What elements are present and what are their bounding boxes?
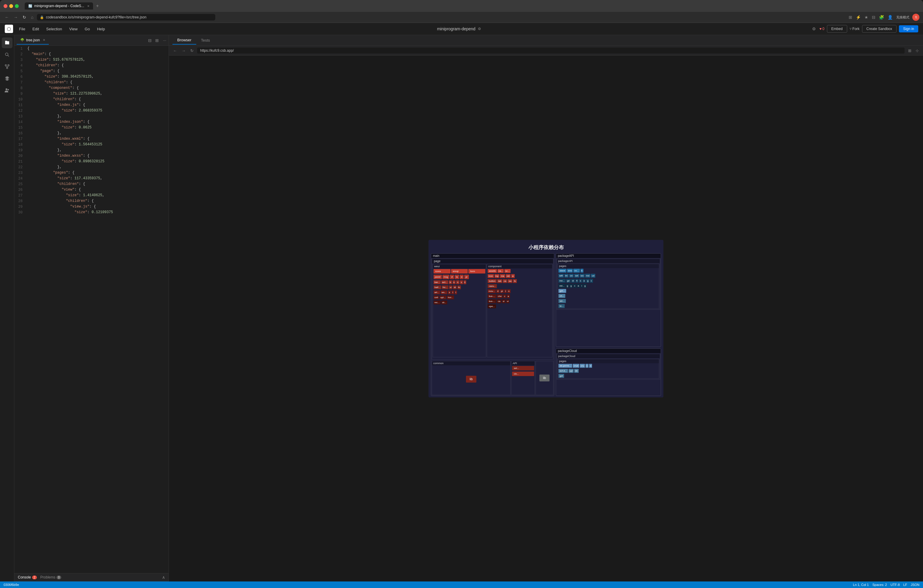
t-cell[interactable]: t — [452, 291, 454, 294]
ope-cell[interactable]: ope... — [488, 304, 496, 308]
i-cell[interactable]: i — [580, 284, 583, 288]
menu-edit[interactable]: Edit — [31, 26, 40, 32]
msg-cell[interactable]: msg — [442, 275, 449, 279]
code-area[interactable]: 1 { 2 "main": { 3 "size": 515.6767578125… — [14, 46, 169, 573]
user-avatar[interactable]: 👤 — [887, 14, 893, 20]
t3-cell[interactable]: t — [504, 289, 507, 293]
sidebar-item-files[interactable] — [2, 38, 13, 48]
new-tab-button[interactable]: + — [94, 3, 100, 8]
browser-tab-active[interactable]: 🔄 miniprogram-depend - CodeS... ✕ — [25, 2, 93, 10]
lib2-cell[interactable]: lib — [539, 374, 550, 381]
rec-cell[interactable]: rec... — [434, 301, 441, 304]
vi2-cell[interactable]: vi — [506, 299, 510, 303]
fo-cell[interactable]: fo — [457, 286, 461, 289]
c-cell[interactable]: c — [503, 294, 506, 298]
art-cell[interactable]: art... — [434, 291, 440, 294]
te-cell[interactable]: te... — [558, 304, 565, 308]
pl-cell[interactable]: pl — [500, 289, 504, 293]
g-cell[interactable]: g — [586, 279, 589, 283]
d-cell[interactable]: d — [589, 364, 592, 368]
browser-back-button[interactable]: ← — [172, 48, 178, 54]
menu-go[interactable]: Go — [84, 26, 91, 32]
on-cell[interactable]: on — [569, 274, 573, 278]
tab-tests[interactable]: Tests — [196, 36, 215, 44]
si-cell[interactable]: si — [460, 275, 464, 279]
ca-cell[interactable]: ca... — [498, 269, 504, 273]
create-sandbox-button[interactable]: Create Sandbox — [862, 25, 897, 33]
de-cell[interactable]: de — [574, 369, 579, 373]
icons-cell[interactable]: icons — [434, 269, 450, 273]
g3-cell[interactable]: g — [570, 284, 572, 288]
wo-cell[interactable]: wo — [580, 274, 585, 278]
st-cell[interactable]: st — [571, 279, 575, 283]
upl-cell[interactable]: upl... — [440, 296, 446, 299]
menu-selection[interactable]: Selection — [45, 26, 63, 32]
slave-cell[interactable]: slave — [558, 269, 567, 273]
puzzle-icon[interactable]: 🧩 — [879, 14, 885, 20]
b2-cell[interactable]: b — [580, 269, 583, 273]
db-cell[interactable]: db-permi... — [558, 364, 572, 368]
n2-cell[interactable]: n — [456, 280, 459, 284]
live2-cell[interactable]: live-... — [488, 299, 496, 303]
lib-cell[interactable]: lib — [466, 376, 476, 383]
sidebar-item-search[interactable] — [2, 49, 13, 60]
open-external-icon[interactable]: ⊹ — [915, 48, 920, 54]
half-cell[interactable]: half... — [434, 286, 441, 289]
user-avatar-circle[interactable]: 无 — [912, 14, 920, 21]
lab-cell[interactable]: lab — [497, 279, 502, 283]
g2-cell[interactable]: g — [566, 284, 569, 288]
console-tab[interactable]: Console 2 — [18, 575, 37, 580]
vt-cell[interactable]: vt — [450, 275, 454, 279]
close-button[interactable] — [3, 4, 7, 8]
ge-cell[interactable]: ge — [566, 279, 571, 283]
clo-cell[interactable]: clo... — [512, 371, 534, 376]
upl2-cell[interactable]: upl — [568, 369, 573, 373]
sl-cell[interactable]: sl — [502, 299, 506, 303]
editor-tab-tree-json[interactable]: 🌳 tree.json ✕ — [16, 36, 49, 44]
browser-forward-button[interactable]: → — [181, 48, 187, 54]
menu-help[interactable]: Help — [96, 26, 106, 32]
star-icon[interactable]: ★ — [864, 14, 869, 20]
scf-cell[interactable]: scf-d... — [558, 369, 568, 373]
get-cell[interactable]: get... — [558, 289, 566, 293]
pr-cell[interactable]: pr — [464, 275, 469, 279]
c2-cell[interactable]: c — [590, 279, 593, 283]
extension-icon[interactable]: ⚡ — [855, 14, 861, 20]
ca2-cell[interactable]: ca — [503, 279, 507, 283]
fre-cell[interactable]: fre... — [442, 286, 448, 289]
button-cell[interactable]: button — [488, 279, 497, 283]
tab-close-icon[interactable]: ✕ — [87, 5, 90, 8]
s2-cell[interactable]: s — [448, 291, 451, 294]
ca3-cell[interactable]: ca — [497, 299, 501, 303]
vi-cell[interactable]: vi — [449, 286, 453, 289]
sc-cell[interactable]: sc... — [504, 269, 511, 273]
get2-cell[interactable]: get — [558, 374, 564, 378]
sidebar-item-users[interactable] — [2, 85, 13, 96]
home-button[interactable]: ⌂ — [30, 14, 34, 20]
bookmark-icon[interactable]: ⊟ — [871, 14, 876, 20]
a-cell[interactable]: a — [507, 294, 510, 298]
sidebar-item-deploy[interactable] — [2, 73, 13, 84]
csb-logo[interactable]: ⬡ — [5, 25, 13, 33]
live1-cell[interactable]: live-... — [488, 294, 496, 298]
ma-cell[interactable]: ma — [500, 274, 505, 278]
sign-in-button[interactable]: Sign in — [899, 25, 918, 33]
embed-button[interactable]: Embed — [827, 25, 847, 33]
split-view-icon[interactable]: ⊟ — [148, 38, 152, 43]
emoji-cell[interactable]: emoji — [451, 269, 468, 273]
sidebar-item-git[interactable] — [2, 61, 13, 72]
b-cell[interactable]: b — [449, 280, 452, 284]
che-cell[interactable]: che — [497, 294, 503, 298]
icon-cell[interactable]: icon — [488, 274, 494, 278]
cru-cell[interactable]: cru — [580, 364, 585, 368]
inp-cell[interactable]: inp — [494, 274, 499, 278]
g4-cell[interactable]: g — [583, 284, 586, 288]
act-cell[interactable]: act... — [441, 280, 448, 284]
wx-cell[interactable]: wx... — [441, 291, 447, 294]
vid2-cell[interactable]: vid... — [558, 284, 565, 288]
assets-cell[interactable]: assets — [488, 269, 497, 273]
t2-cell[interactable]: t — [455, 291, 457, 294]
preview-url-bar[interactable]: https://kufc9.csb.app/ — [197, 48, 905, 54]
cell-cell[interactable]: cell — [434, 296, 439, 299]
s3-cell[interactable]: s — [579, 279, 582, 283]
